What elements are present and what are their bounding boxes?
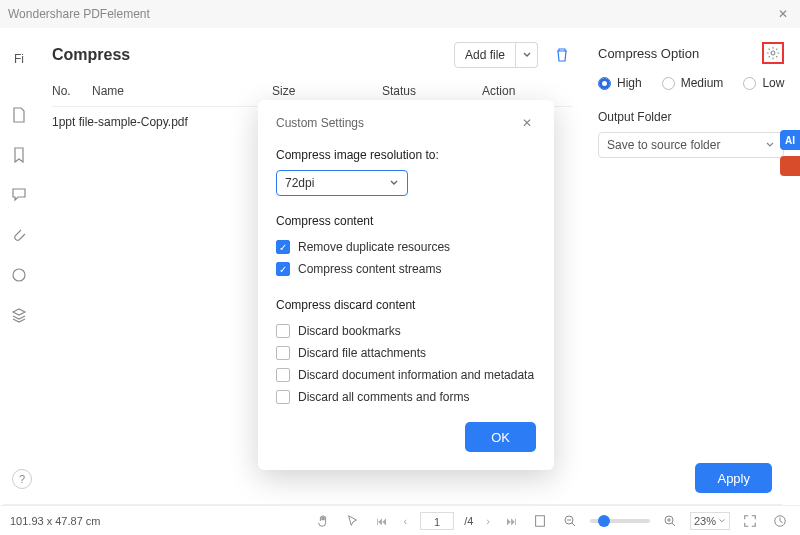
radio-medium[interactable]: Medium <box>662 76 724 90</box>
help-icon[interactable]: ? <box>12 469 32 489</box>
bookmark-icon[interactable] <box>10 146 28 164</box>
check-remove-duplicate[interactable]: ✓Remove duplicate resources <box>276 236 536 258</box>
col-size: Size <box>272 84 382 98</box>
ok-button[interactable]: OK <box>465 422 536 452</box>
left-rail: Fi <box>0 28 38 470</box>
check-discard-comments[interactable]: Discard all comments and forms <box>276 386 536 408</box>
output-folder-select[interactable]: Save to source folder <box>598 132 784 158</box>
status-bar: 101.93 x 47.87 cm ⏮ ‹ 1 /4 › ⏭ 23% <box>0 505 800 535</box>
hand-tool-icon[interactable] <box>313 514 333 528</box>
last-page-icon[interactable]: ⏭ <box>503 515 520 527</box>
page-dimensions: 101.93 x 47.87 cm <box>10 515 101 527</box>
attachment-icon[interactable] <box>10 226 28 244</box>
resolution-label: Compress image resolution to: <box>276 148 536 162</box>
trash-icon[interactable] <box>552 45 572 65</box>
check-discard-bookmarks[interactable]: Discard bookmarks <box>276 320 536 342</box>
col-action: Action <box>482 84 572 98</box>
first-page-icon[interactable]: ⏮ <box>373 515 390 527</box>
fullscreen-icon[interactable] <box>740 514 760 528</box>
zoom-in-icon[interactable] <box>660 514 680 528</box>
circle-icon[interactable] <box>10 266 28 284</box>
select-tool-icon[interactable] <box>343 514 363 528</box>
col-name: Name <box>92 84 272 98</box>
file-icon[interactable] <box>10 106 28 124</box>
add-file-dropdown[interactable] <box>516 42 538 68</box>
check-compress-streams[interactable]: ✓Compress content streams <box>276 258 536 280</box>
close-icon[interactable]: ✕ <box>774 7 792 21</box>
red-sidebar-tag[interactable] <box>780 156 800 176</box>
settings-gear-button[interactable] <box>762 42 784 64</box>
page-number-input[interactable]: 1 <box>420 512 454 530</box>
dialog-title: Custom Settings <box>276 116 518 130</box>
radio-low[interactable]: Low <box>743 76 784 90</box>
svg-point-1 <box>771 51 775 55</box>
radio-high[interactable]: High <box>598 76 642 90</box>
discard-group-title: Compress discard content <box>276 298 536 312</box>
svg-point-0 <box>13 269 25 281</box>
resolution-select[interactable]: 72dpi <box>276 170 408 196</box>
clock-icon[interactable] <box>770 514 790 528</box>
zoom-display[interactable]: 23% <box>690 512 730 530</box>
page-title: Compress <box>52 46 130 64</box>
check-discard-attachments[interactable]: Discard file attachments <box>276 342 536 364</box>
ai-sidebar-tag[interactable]: AI <box>780 130 800 150</box>
content-group-title: Compress content <box>276 214 536 228</box>
fi-label: Fi <box>14 52 24 66</box>
output-folder-label: Output Folder <box>598 110 784 124</box>
add-file-button[interactable]: Add file <box>454 42 516 68</box>
compress-option-title: Compress Option <box>598 46 762 61</box>
comment-icon[interactable] <box>10 186 28 204</box>
view-mode-icon[interactable] <box>530 514 550 528</box>
zoom-slider[interactable] <box>590 519 650 523</box>
custom-settings-dialog: Custom Settings ✕ Compress image resolut… <box>258 100 554 470</box>
app-name: Wondershare PDFelement <box>8 7 150 21</box>
next-page-icon[interactable]: › <box>483 515 493 527</box>
apply-button[interactable]: Apply <box>695 463 772 493</box>
check-discard-metadata[interactable]: Discard document information and metadat… <box>276 364 536 386</box>
prev-page-icon[interactable]: ‹ <box>400 515 410 527</box>
dialog-close-icon[interactable]: ✕ <box>518 114 536 132</box>
col-status: Status <box>382 84 482 98</box>
layers-icon[interactable] <box>10 306 28 324</box>
svg-rect-2 <box>536 515 545 526</box>
zoom-out-icon[interactable] <box>560 514 580 528</box>
titlebar: Wondershare PDFelement ✕ <box>0 0 800 28</box>
col-no: No. <box>52 84 92 98</box>
page-total: /4 <box>464 515 473 527</box>
